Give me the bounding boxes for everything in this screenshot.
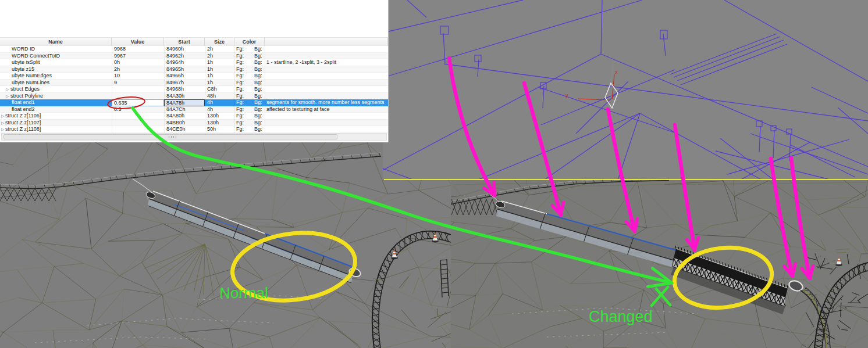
cell-value: 9: [114, 80, 163, 87]
gizmo-z-label: z: [609, 55, 612, 60]
cell-name: struct Z z[1108]: [5, 126, 111, 133]
cell-name: ubyte NumEdges: [12, 73, 111, 80]
screenshot-canvas: zxy NameValueStartSizeColor WORD ID99688…: [0, 0, 868, 348]
cell-bg-label: Bg:: [254, 53, 264, 60]
cell-value: [114, 126, 163, 133]
cell-value: [114, 93, 163, 100]
cell-value: [114, 120, 163, 127]
cell-bg-label: Bg:: [254, 80, 264, 87]
column-separator: [205, 46, 205, 133]
cell-start: 84964h: [166, 59, 204, 66]
table-row[interactable]: float end20.584A7Ch4hFg:Bg:affected to t…: [0, 106, 388, 113]
cell-start: 84A80h: [166, 113, 204, 120]
cell-name: float end1: [12, 99, 111, 106]
cell-name: struct Z z[1106]: [5, 113, 111, 120]
column-header-comment[interactable]: [265, 38, 388, 46]
column-header-value[interactable]: Value: [112, 38, 164, 46]
cell-value-editbox: 0.635: [112, 99, 164, 106]
table-row[interactable]: ▷struct Edges84968hC8hFg:Bg:: [0, 86, 388, 93]
cell-value: [114, 86, 163, 93]
horizontal-scrollbar[interactable]: [1, 133, 387, 141]
cell-value: 10: [114, 73, 163, 80]
table-row[interactable]: ▷struct Z z[1106]84A80h130hFg:Bg:: [0, 113, 388, 120]
cell-start: 84966h: [166, 73, 204, 80]
cell-start: 84968h: [166, 86, 204, 93]
table-row[interactable]: ubyte z152h84965h1hFg:Bg:: [0, 66, 388, 73]
cell-bg-label: Bg:: [254, 99, 264, 106]
cell-fg-label: Fg:: [236, 66, 252, 73]
cell-fg-label: Fg:: [236, 59, 252, 66]
cell-start: 84967h: [166, 80, 204, 87]
column-separator: [164, 46, 165, 133]
cell-name: WORD ConnectToID: [12, 53, 111, 60]
cell-bg-label: Bg:: [254, 59, 264, 66]
cell-name: struct Z z[1107]: [5, 120, 111, 127]
table-row[interactable]: ubyte NumLines984967h1hFg:Bg:: [0, 80, 388, 87]
column-separator: [265, 46, 265, 133]
cell-comment: affected to texturing at face: [266, 106, 387, 113]
table-rows: WORD ID996884960h2hFg:Bg:WORD ConnectToI…: [0, 46, 388, 133]
top-right-viewport-sky[interactable]: zxy: [383, 0, 868, 180]
scrollbar-thumb[interactable]: [3, 134, 337, 139]
cell-name: ubyte z15: [12, 66, 111, 73]
cell-fg-label: Fg:: [236, 80, 252, 87]
column-header-start[interactable]: Start: [164, 38, 205, 46]
expand-arrow-icon[interactable]: ▷: [6, 86, 9, 93]
cell-value: 0.5: [114, 106, 163, 113]
expand-arrow-icon[interactable]: ▷: [1, 120, 4, 127]
table-row[interactable]: ▷struct Polyline84A30h48hFg:Bg:: [0, 93, 388, 100]
cell-bg-label: Bg:: [254, 93, 264, 100]
cell-size: 1h: [207, 80, 233, 87]
cell-fg-label: Fg:: [236, 120, 252, 127]
cell-value: 0h: [114, 59, 163, 66]
struct-table-panel: NameValueStartSizeColor WORD ID996884960…: [0, 0, 389, 142]
table-row-selected[interactable]: float end10.63584A78h4hFg:Bg:segments fo…: [0, 99, 388, 106]
table-row[interactable]: WORD ID996884960h2hFg:Bg:: [0, 46, 388, 53]
cell-size: 4h: [207, 99, 233, 106]
cell-size: C8h: [207, 86, 233, 93]
cell-comment: [266, 53, 387, 60]
cell-value: 9968: [114, 46, 163, 53]
table-row[interactable]: ▷struct Z z[1108]84CE0h50hFg:Bg:: [0, 126, 388, 133]
table-row[interactable]: ubyte isSplit0h84964h1hFg:Bg:1 - startli…: [0, 59, 388, 66]
cell-name: struct Edges: [10, 86, 111, 93]
right-viewport-changed[interactable]: [415, 151, 868, 348]
expand-arrow-icon[interactable]: ▷: [6, 93, 9, 100]
cell-start: 84BB0h: [166, 120, 204, 127]
column-header-size[interactable]: Size: [205, 38, 234, 46]
table-row[interactable]: WORD ConnectToID996784962h2hFg:Bg:: [0, 53, 388, 60]
cell-name: float end2: [12, 106, 111, 113]
cell-value: 2h: [114, 66, 163, 73]
cell-start-focused: 84A78h: [164, 99, 205, 106]
cell-start: 84A7Ch: [166, 106, 204, 113]
cell-name: WORD ID: [12, 46, 111, 53]
cell-bg-label: Bg:: [254, 120, 264, 127]
scrollbar-grip-icon: [169, 136, 177, 138]
cell-fg-label: Fg:: [236, 93, 252, 100]
cell-comment: [266, 73, 387, 80]
column-separator: [234, 46, 235, 133]
cell-size: 1h: [207, 59, 233, 66]
cell-comment: [266, 93, 387, 100]
cell-name: struct Polyline: [10, 93, 111, 100]
column-header-name[interactable]: Name: [0, 38, 112, 46]
cell-comment: [266, 86, 387, 93]
table-header: NameValueStartSizeColor: [0, 37, 388, 46]
cell-comment: segments for smooth. more number less se…: [266, 99, 387, 106]
table-row[interactable]: ▷struct Z z[1107]84BB0h130hFg:Bg:: [0, 120, 388, 127]
cell-name: ubyte NumLines: [12, 80, 111, 87]
cell-start: 84962h: [166, 53, 204, 60]
cell-size: 1h: [207, 73, 233, 80]
table-row[interactable]: ubyte NumEdges1084966h1hFg:Bg:: [0, 73, 388, 80]
cell-fg-label: Fg:: [236, 106, 252, 113]
cell-start: 84CE0h: [166, 126, 204, 133]
cell-value: 9967: [114, 53, 163, 60]
column-header-color[interactable]: Color: [234, 38, 265, 46]
cell-bg-label: Bg:: [254, 46, 264, 53]
expand-arrow-icon[interactable]: ▷: [1, 126, 4, 133]
cell-comment: 1 - startline, 2 -1split, 3 - 2split: [266, 59, 387, 66]
cell-size: 50h: [207, 126, 233, 133]
expand-arrow-icon[interactable]: ▷: [1, 113, 4, 120]
cell-start: 84960h: [166, 46, 204, 53]
cell-value: [114, 113, 163, 120]
